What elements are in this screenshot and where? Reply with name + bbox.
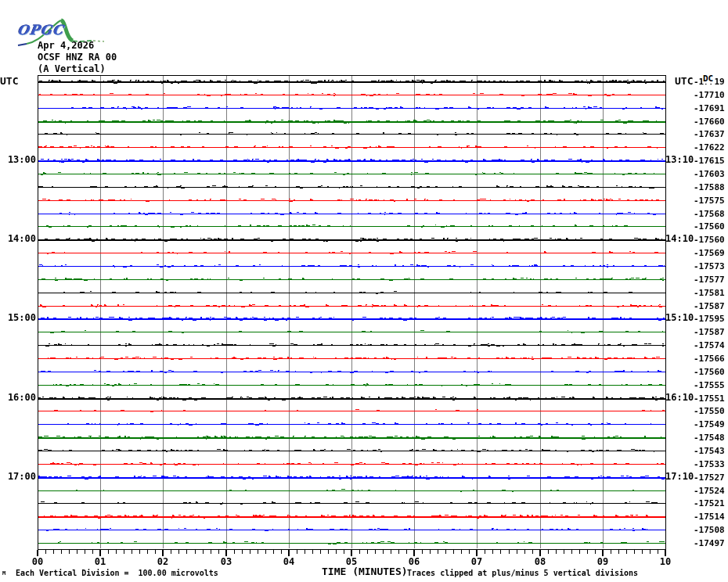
dc-offset-label: -17691 [694, 103, 725, 113]
x-tick-label: 07 [467, 556, 487, 567]
dc-offset-label: -17615 [694, 156, 725, 166]
dc-offset-label: -17549 [694, 419, 725, 429]
header-component: (A Vertical) [38, 63, 106, 75]
dc-offset-label: -17577 [694, 275, 725, 285]
dc-offset-label: -17587 [694, 301, 725, 311]
dc-offset-label: -17560 [694, 367, 725, 377]
clip-note: Traces clipped at plus/minus 5 vertical … [407, 569, 638, 577]
dc-offset-label: -17595 [694, 314, 725, 324]
dc-offset-label: -17550 [694, 406, 725, 416]
header-station: OCSF HNZ RA 00 [38, 52, 117, 63]
corner-mark: M [2, 570, 5, 577]
dc-offset-label: -17573 [694, 261, 725, 271]
dc-offset-label: -17637 [694, 129, 725, 139]
dc-offset-label: -17622 [694, 142, 725, 153]
x-tick-label: 08 [530, 556, 550, 567]
left-axis-title: UTC [0, 75, 18, 87]
right-axis-title: UTC [675, 75, 693, 87]
dc-offset-label: -17710 [694, 90, 725, 100]
helicorder-plot [0, 0, 728, 582]
x-tick-label: 09 [593, 556, 613, 567]
left-time-label: 14:00 [0, 233, 36, 244]
dc-offset-label: -17514 [694, 512, 725, 522]
dc-offset-label: -17588 [694, 182, 725, 192]
dc-offset-label: -17587 [694, 327, 725, 337]
dc-offset-label: -17603 [694, 169, 725, 179]
left-time-label: 13:00 [0, 154, 36, 165]
dc-offset-label: -17560 [694, 221, 725, 232]
x-tick-label: 04 [279, 556, 299, 567]
dc-offset-label: -17574 [694, 340, 725, 350]
opgc-logo: OPGC [2, 2, 96, 41]
x-tick-label: 03 [216, 556, 236, 567]
dc-offset-label: -17660 [694, 117, 725, 127]
dc-offset-label: -17555 [694, 380, 725, 390]
dc-offset-label: -17548 [694, 433, 725, 443]
left-time-label: 15:00 [0, 312, 36, 323]
right-time-label: 14:10 [665, 233, 694, 244]
dc-offset-label: -17524 [694, 486, 725, 496]
webicorder-page: { "logo": { "text": "OPGC" }, "header": … [0, 0, 728, 582]
left-time-label: 16:00 [0, 392, 36, 403]
dc-offset-label: -17569 [694, 248, 725, 258]
dc-offset-label: -17497 [694, 538, 725, 548]
dc-offset-label: -17551 [694, 393, 725, 404]
dc-column-header: DC [702, 74, 714, 84]
opgc-logo-text: OPGC [16, 22, 65, 38]
dc-offset-label: -17521 [694, 498, 725, 508]
x-tick-label: 10 [655, 556, 676, 567]
dc-offset-label: -17568 [694, 209, 725, 219]
dc-offset-label: -17560 [694, 235, 725, 245]
dc-offset-label: -17527 [694, 472, 725, 483]
scale-note: Each Vertical Division = 100.00 microvol… [16, 569, 218, 577]
dc-offset-label: -17508 [694, 525, 725, 535]
right-time-label: 16:10 [665, 392, 694, 403]
right-time-label: 13:10 [665, 154, 694, 165]
dc-offset-label: -17581 [694, 288, 725, 298]
x-tick-label: 01 [90, 556, 110, 567]
left-time-label: 17:00 [0, 471, 36, 482]
x-tick-label: 00 [27, 556, 48, 567]
dc-offset-label: -17575 [694, 196, 725, 206]
dc-offset-label: -17566 [694, 354, 725, 364]
right-time-label: 17:10 [665, 471, 694, 482]
right-time-label: 15:10 [665, 312, 694, 323]
x-axis-title: TIME (MINUTES) [322, 566, 408, 577]
dc-offset-label: -17533 [694, 459, 725, 469]
dc-offset-label: -17543 [694, 446, 725, 456]
header-date: Apr 4,2026 [38, 40, 94, 52]
x-tick-label: 02 [153, 556, 173, 567]
